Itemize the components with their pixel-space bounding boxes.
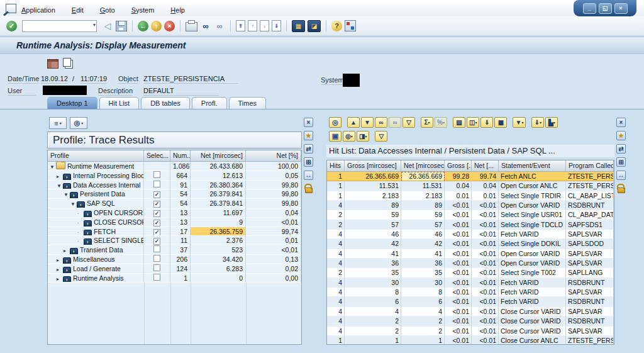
column-header-net[interactable]: Net [... [472, 160, 499, 171]
column-header-net[interactable]: Net [%] [246, 150, 301, 161]
tab-times[interactable]: Times [229, 97, 267, 109]
tree-row[interactable]: ▼◗SAP SQL✓5426.379.84199,80 [48, 199, 301, 208]
enter-icon[interactable]: ✓ [6, 21, 17, 31]
menu-item-goto[interactable]: Goto [100, 6, 115, 14]
select-checkbox[interactable] [153, 264, 160, 271]
full-screen-icon[interactable]: ▣ [329, 131, 341, 142]
swap-panels-icon[interactable]: ⇄ [616, 144, 626, 154]
swap-panels-icon[interactable]: ⇄ [304, 144, 313, 154]
minimum-icon[interactable]: ▼▾ [513, 117, 526, 128]
table-row[interactable]: 25757<0.01<0.01Select Single TDCLDSAPFSD… [327, 220, 614, 230]
tab-hit-list[interactable]: Hit List [99, 97, 140, 109]
menu-item-system[interactable]: System [131, 6, 155, 14]
unlock-icon[interactable] [616, 184, 626, 193]
select-checkbox[interactable]: ✓ [153, 201, 160, 208]
column-header-profile[interactable]: Profile [48, 150, 144, 161]
table-row[interactable]: 12.1832.1830.010.01Select Single TRDIRCL… [327, 191, 614, 201]
select-checkbox[interactable]: ✓ [153, 191, 160, 198]
close-button[interactable]: × [614, 3, 628, 14]
display-variant-icon[interactable]: ◨▾ [357, 131, 369, 142]
sort-ascending-icon[interactable]: ▲ [347, 117, 360, 128]
column-header-selec[interactable]: Selec... [144, 150, 170, 161]
table-row[interactable]: 43030<0.01<0.01Fetch VARIDRSDBRUNT [327, 278, 614, 288]
table-row[interactable]: 126.365.66926.365.66999.2899.74Fetch ANL… [327, 172, 614, 181]
command-input[interactable] [22, 20, 97, 32]
expander-closed-icon[interactable]: ▸ [57, 256, 62, 264]
select-checkbox[interactable]: ✓ [153, 238, 160, 245]
table-row[interactable]: 422<0.01<0.01Close Cursor VARIDRSDBRUNT [327, 317, 614, 326]
command-dropdown-icon[interactable]: ▾ [93, 22, 96, 28]
select-checkbox[interactable]: ✓ [153, 210, 160, 217]
table-row[interactable]: 48989<0.01<0.01Open Cursor VARIDRSDBRUNT [327, 201, 614, 210]
select-checkbox[interactable] [153, 181, 160, 188]
expander-closed-icon[interactable]: ▸ [57, 266, 62, 274]
table-row[interactable]: 44141<0.01<0.01Open Cursor VARIDSAPLSVAR [327, 249, 614, 259]
column-header-gross-mircosec[interactable]: Gross [mircosec] [345, 160, 401, 171]
expander-open-icon[interactable]: ▼ [57, 182, 62, 190]
define-filter-icon[interactable]: ▽ [375, 131, 387, 142]
select-checkbox[interactable] [153, 255, 160, 262]
new-window-icon[interactable]: ★ [616, 131, 626, 140]
continue-icon[interactable]: ◁ [102, 20, 113, 32]
expander-closed-icon[interactable]: ▸ [57, 275, 62, 283]
unlock-icon[interactable] [304, 184, 313, 193]
restore-button[interactable]: ◱ [599, 3, 612, 14]
next-page-icon[interactable]: ↓ [260, 20, 269, 31]
show-details-icon[interactable]: ◎ [329, 117, 341, 128]
column-header-hits[interactable]: Hits [327, 160, 345, 171]
customize-layout-icon[interactable] [345, 20, 356, 31]
first-page-icon[interactable]: ⇑ [236, 20, 245, 31]
close-panel-icon[interactable]: × [616, 118, 626, 127]
system-menu-icon[interactable] [6, 4, 16, 13]
column-header-net-mircosec[interactable]: Net [mircosec] [191, 150, 246, 161]
tree-row[interactable]: ▸◗Load / Generate1246.2830,02 [48, 264, 301, 274]
minimize-button[interactable]: _ [583, 3, 596, 14]
save-icon[interactable] [116, 21, 127, 31]
previous-page-icon[interactable]: ↑ [248, 20, 257, 31]
table-settings-icon[interactable]: ▦ [494, 117, 507, 128]
select-checkbox[interactable] [153, 171, 160, 178]
table-row[interactable]: 488<0.01<0.01Fetch VARIDSAPLSVAR [327, 288, 614, 297]
close-panel-icon[interactable]: × [304, 118, 313, 127]
new-session-icon[interactable]: ▦ [292, 20, 305, 32]
graphic-icon[interactable]: ▙▾ [545, 117, 558, 128]
tree-row[interactable]: ·◗OPEN CURSOR✓1311.6970,04 [48, 208, 301, 218]
tree-row[interactable]: ▼Runtime Measurement1.08626.433.680100,0… [48, 162, 301, 171]
select-checkbox[interactable]: ✓ [153, 220, 160, 227]
expander-open-icon[interactable]: ▼ [64, 191, 69, 199]
adjust-width-icon[interactable]: ↔ [304, 171, 313, 180]
adjust-width-icon[interactable]: ↔ [616, 171, 626, 180]
zoom-icon[interactable]: ◎▾ [343, 131, 355, 142]
select-checkbox[interactable]: ✓ [153, 229, 160, 236]
total-icon[interactable]: Σ▾ [421, 117, 433, 128]
zoom-icon[interactable]: ◎▾ [70, 117, 87, 129]
tab-db-tables[interactable]: DB tables [141, 97, 190, 109]
find-icon[interactable]: ∞ [375, 117, 387, 128]
table-row[interactable]: 111.53111.5310.040.04Open Cursor ANLCZTE… [327, 181, 614, 191]
tree-row[interactable]: ▸◗Runtime Analysis100,00 [48, 274, 301, 283]
tab-desktop-1[interactable]: Desktop 1 [47, 97, 97, 109]
full-screen-icon[interactable]: ⊞ [304, 157, 313, 167]
select-checkbox[interactable] [153, 274, 160, 281]
expander-closed-icon[interactable]: ▸ [57, 172, 62, 181]
column-header-program-called[interactable]: Program Called [566, 160, 614, 171]
tab-profl[interactable]: Profl. [192, 97, 227, 109]
cancel-icon[interactable]: × [164, 21, 175, 31]
table-row[interactable]: 44242<0.01<0.01Select Single DOKILSAPLSD… [327, 239, 614, 249]
sort-descending-icon[interactable]: ▼ [361, 117, 374, 128]
load-layout-icon[interactable]: ⇓▾ [531, 117, 544, 128]
column-header-statement-event[interactable]: Statement/Event [499, 160, 566, 171]
print-icon[interactable]: ▤ [453, 117, 465, 128]
table-row[interactable]: 111<0.01<0.01Close Cursor ANLCZTESTE_PER… [327, 336, 614, 345]
subtotal-icon[interactable]: %▾ [435, 117, 447, 128]
tree-row[interactable]: ·◗CLOSE CURSOR✓139<0,01 [48, 218, 301, 227]
table-edit-icon[interactable] [47, 59, 58, 69]
back-icon[interactable]: ← [138, 21, 148, 31]
tree-row[interactable]: ▼◗Persistent Data✓5426.379.84199,80 [48, 189, 301, 199]
tree-row[interactable]: ·◗SELECT SINGLE✓112.3760,01 [48, 236, 301, 245]
tree-row[interactable]: ▼◗Data Accesses Internal9126.380.36499,8… [48, 181, 301, 190]
last-page-icon[interactable]: ⇓ [272, 20, 281, 31]
tree-row[interactable]: ▸◗Internal Processing Blocks66412.6130,0… [48, 171, 301, 181]
new-window-icon[interactable]: ★ [304, 131, 313, 140]
table-row[interactable]: 444<0.01<0.01Close Cursor VARIDSAPLSVAR [327, 307, 614, 317]
